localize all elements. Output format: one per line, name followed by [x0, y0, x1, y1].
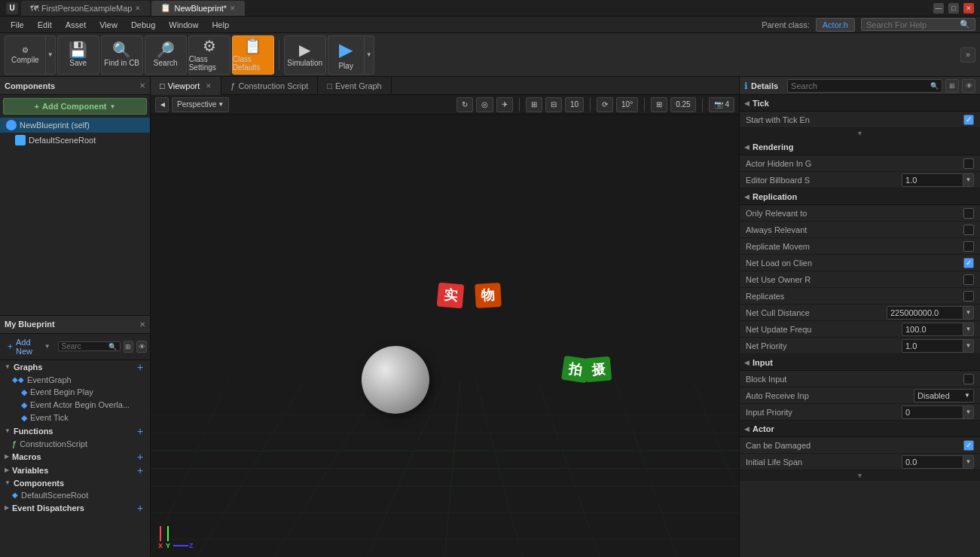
event-actor-begin-item[interactable]: ◆ Event Actor Begin Overla... [0, 399, 150, 412]
perspective-dropdown[interactable]: Perspective ▼ [172, 97, 229, 112]
variables-section-header[interactable]: ▶ Variables + [0, 464, 150, 477]
view-fly-btn[interactable]: ✈ [496, 97, 513, 112]
net-update-freq-input-group[interactable]: ▼ [902, 323, 974, 336]
input-priority-arrow[interactable]: ▼ [963, 406, 973, 419]
grid-size-input[interactable]: 10 [565, 97, 584, 112]
viewport-tab-close[interactable]: ✕ [206, 82, 212, 90]
blueprint-view-btn[interactable]: ⊞ [124, 341, 134, 353]
parent-class-value[interactable]: Actor.h [816, 18, 855, 32]
replicate-movement-checkbox[interactable] [963, 241, 974, 252]
net-update-freq-input[interactable] [902, 325, 963, 334]
rotation-snap-btn[interactable]: ⟳ [597, 97, 613, 112]
input-priority-input[interactable] [902, 408, 963, 417]
event-tick-item[interactable]: ◆ Event Tick [0, 412, 150, 424]
help-search[interactable]: 🔍 [861, 18, 975, 31]
menu-file[interactable]: File [5, 19, 30, 31]
actor-hidden-checkbox[interactable] [963, 158, 974, 169]
net-use-owner-checkbox[interactable] [963, 274, 974, 285]
viewport-nav-back[interactable]: ◄ [155, 97, 169, 112]
play-dropdown[interactable]: ▼ [364, 35, 374, 75]
editor-billboard-input[interactable] [902, 176, 963, 185]
maximize-button[interactable]: □ [948, 3, 959, 14]
scale-size-input[interactable]: 0.25 [670, 97, 695, 112]
actor-scroll-arrow[interactable]: ▼ [740, 470, 980, 481]
macros-add-button[interactable]: + [135, 451, 145, 462]
input-priority-input-group[interactable]: ▼ [902, 406, 974, 419]
menu-debug[interactable]: Debug [125, 19, 161, 31]
tick-scroll-arrow[interactable]: ▼ [740, 128, 980, 139]
viewport-3d[interactable]: 实 物 拍 摄 X Y [151, 115, 739, 557]
class-settings-button[interactable]: ⚙ Class Settings [188, 35, 230, 75]
menu-view[interactable]: View [93, 19, 124, 31]
only-relevant-checkbox[interactable] [963, 208, 974, 219]
auto-receive-input-dropdown[interactable]: Disabled ▼ [914, 389, 974, 402]
can-be-damaged-checkbox[interactable] [963, 440, 974, 451]
minimize-button[interactable]: — [933, 3, 944, 14]
blueprint-search-input[interactable] [62, 342, 107, 350]
always-relevant-checkbox[interactable] [963, 225, 974, 235]
initial-life-span-input[interactable] [902, 458, 963, 467]
initial-life-span-input-group[interactable]: ▼ [902, 455, 974, 469]
snap-toggle-btn[interactable]: ⊟ [545, 97, 562, 112]
blueprint-search[interactable]: 🔍 [58, 341, 121, 351]
variables-add-button[interactable]: + [135, 465, 145, 476]
initial-life-span-arrow[interactable]: ▼ [963, 455, 973, 469]
functions-section-header[interactable]: ▼ Functions + [0, 424, 150, 438]
menu-window[interactable]: Window [163, 19, 204, 31]
toolbar-expand-button[interactable]: » [960, 47, 975, 63]
add-new-button[interactable]: + Add New ▼ [3, 336, 55, 357]
compile-button[interactable]: ⚙ Compile [5, 35, 45, 75]
default-scene-root-bp-item[interactable]: ◆ DefaultSceneRoot [0, 489, 150, 501]
play-button[interactable]: ▶ Play [328, 35, 364, 75]
construction-script-item[interactable]: ƒ ConstructionScript [0, 438, 150, 450]
event-dispatchers-add-button[interactable]: + [135, 503, 145, 513]
blueprint-tab-close[interactable]: ✕ [230, 5, 236, 12]
blueprint-eye-btn[interactable]: 👁 [136, 341, 147, 353]
net-update-freq-arrow[interactable]: ▼ [963, 323, 973, 336]
graphs-add-button[interactable]: + [135, 362, 145, 372]
class-defaults-button[interactable]: 📋 Class Defaults [232, 35, 274, 75]
simulation-button[interactable]: ▶ Simulation [284, 35, 326, 75]
component-item-default-scene-root[interactable]: DefaultSceneRoot [0, 133, 150, 148]
net-cull-distance-arrow[interactable]: ▼ [963, 306, 973, 320]
map-tab-close[interactable]: ✕ [135, 5, 141, 12]
event-graph-item[interactable]: ◆◆ EventGraph [0, 374, 150, 386]
menu-help[interactable]: Help [206, 19, 235, 31]
actor-section-header[interactable]: ◀ Actor [740, 421, 980, 437]
net-cull-distance-input-group[interactable]: ▼ [887, 306, 974, 320]
map-tab[interactable]: 🗺 FirstPersonExampleMap ✕ [21, 1, 150, 16]
menu-asset[interactable]: Asset [60, 19, 93, 31]
event-begin-play-item[interactable]: ◆ Event Begin Play [0, 386, 150, 399]
editor-billboard-input-group[interactable]: ▼ [902, 173, 974, 187]
components-panel-close[interactable]: ✕ [139, 81, 145, 90]
construction-script-tab[interactable]: ƒ Construction Script [221, 77, 318, 95]
replicates-checkbox[interactable] [963, 291, 974, 301]
net-priority-input[interactable] [902, 341, 963, 350]
camera-speed-btn[interactable]: 📷 4 [709, 97, 734, 112]
close-button[interactable]: ✕ [963, 3, 974, 14]
blueprint-tab[interactable]: 📋 NewBlueprint* ✕ [151, 1, 245, 16]
details-eye-button[interactable]: 👁 [962, 79, 975, 93]
components-bp-section-header[interactable]: ▼ Components [0, 477, 150, 489]
help-search-input[interactable] [866, 20, 957, 29]
view-mode-btn[interactable]: ⊞ [526, 97, 542, 112]
menu-edit[interactable]: Edit [32, 19, 58, 31]
rendering-section-header[interactable]: ◀ Rendering [740, 139, 980, 155]
save-button[interactable]: 💾 Save [57, 35, 99, 75]
graphs-section-header[interactable]: ▼ Graphs + [0, 360, 150, 374]
event-dispatchers-section-header[interactable]: ▶ Event Dispatchers + [0, 501, 150, 515]
functions-add-button[interactable]: + [135, 426, 145, 436]
net-load-client-checkbox[interactable] [963, 258, 974, 268]
tick-section-header[interactable]: ◀ Tick [740, 95, 980, 112]
search-button[interactable]: 🔎 Search [145, 35, 187, 75]
net-cull-distance-input[interactable] [887, 308, 963, 317]
blueprint-panel-close[interactable]: ✕ [139, 320, 145, 329]
event-graph-tab[interactable]: □ Event Graph [318, 77, 391, 95]
view-orbit-btn[interactable]: ◎ [476, 97, 493, 112]
details-search-input[interactable] [791, 81, 929, 90]
find-in-cb-button[interactable]: 🔍 Find in CB [101, 35, 143, 75]
details-search[interactable]: 🔍 [787, 79, 942, 93]
rotation-size-input[interactable]: 10° [616, 97, 638, 112]
compile-dropdown[interactable]: ▼ [45, 35, 56, 75]
editor-billboard-arrow[interactable]: ▼ [963, 173, 973, 187]
